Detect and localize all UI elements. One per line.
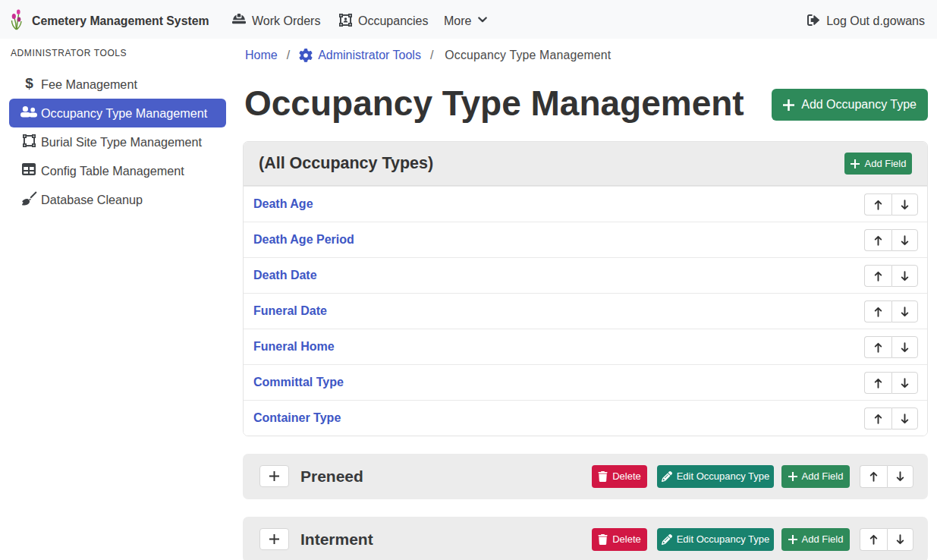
svg-text:$: $: [25, 76, 33, 90]
